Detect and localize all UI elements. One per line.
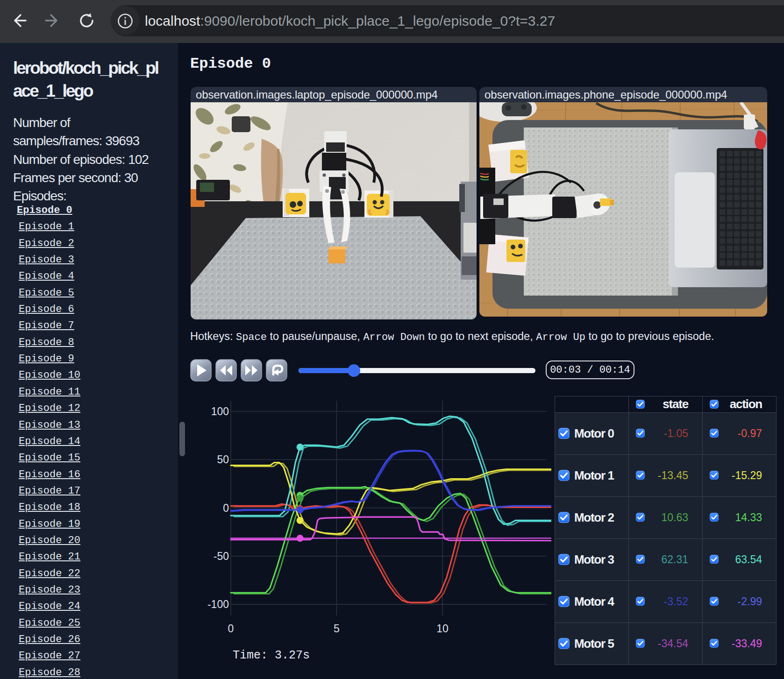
svg-text:-100: -100 bbox=[207, 598, 229, 610]
svg-text:50: 50 bbox=[217, 453, 229, 466]
svg-text:-50: -50 bbox=[214, 550, 229, 562]
svg-text:10: 10 bbox=[436, 622, 449, 635]
svg-text:5: 5 bbox=[334, 622, 340, 635]
svg-text:0: 0 bbox=[228, 622, 234, 635]
svg-text:100: 100 bbox=[211, 405, 229, 417]
svg-text:0: 0 bbox=[223, 502, 229, 514]
